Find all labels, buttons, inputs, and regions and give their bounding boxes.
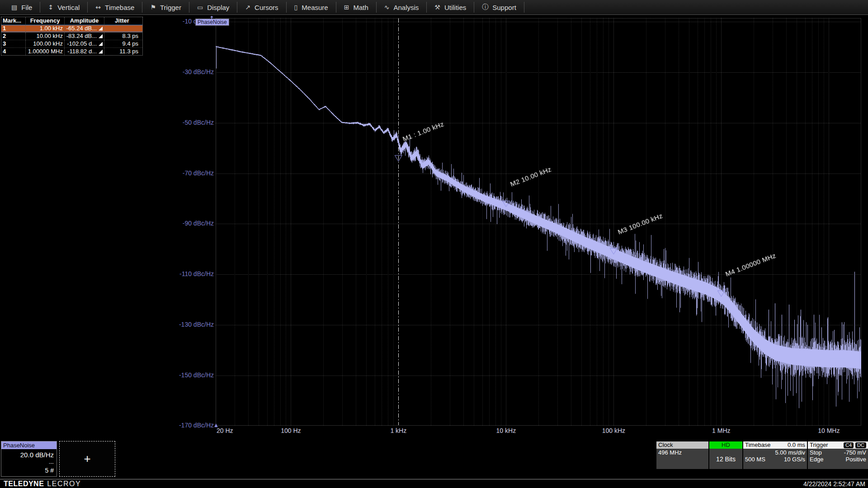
menu-item-trigger[interactable]: ⚑Trigger [142,0,189,14]
y-tick-label: -70 dBc/Hz [146,169,214,177]
trace-sweep-count: 5 # [1,465,57,474]
menu-item-label: Trigger [160,4,181,11]
y-tick-label: -130 dBc/Hz [146,321,214,328]
marker-table-row-3[interactable]: 3100.00 kHz-102.05 d...9.4 ps [1,40,142,48]
menu-item-measure[interactable]: ▯Measure [287,0,336,14]
menu-item-math[interactable]: ⊞Math [336,0,376,14]
column-header[interactable]: Amplitude [65,17,104,24]
marker-amplitude-cell: -118.82 d... [65,48,104,55]
ruler-icon: ▯ [294,4,298,11]
marker-frequency: 10.00 kHz [26,33,65,40]
trigger-coupling-badge: DC [855,442,866,448]
marker-amplitude-cell: -65.24 dB... [65,25,104,32]
marker-amplitude-cell: -83.24 dB... [65,33,104,40]
marker-table-header: Mark...FrequencyAmplitudeJitter [1,17,142,25]
expand-triangle-icon[interactable] [99,27,103,31]
add-trace-button[interactable]: + [59,441,115,477]
marker-jitter: 11.3 ps [104,48,140,55]
marker-table-row-2[interactable]: 210.00 kHz-83.24 dB...8.3 ps [1,33,142,40]
waveform-chart-icon: ∿ [384,4,390,11]
trigger-status-box[interactable]: Trigger C4 DC Stop -750 mV Edge Positive [808,441,868,469]
teledyne-lecroy-logo: TELEDYNELECROY [4,480,81,488]
trace-offset: --- [1,459,57,465]
y-tick-label: -30 dBc/Hz [146,68,214,75]
menu-item-cursors[interactable]: ↗Cursors [237,0,286,14]
calculator-icon: ⊞ [344,4,349,11]
menu-item-label: Measure [302,4,328,11]
clock-status-box[interactable]: Clock 496 MHz [656,441,708,469]
marker-table-row-1[interactable]: 11.00 kHz-65.24 dB... [1,25,142,33]
menu-item-utilities[interactable]: ⚒Utilities [427,0,474,14]
menu-item-label: Vertical [57,4,80,11]
brand-teledyne: TELEDYNE [4,480,44,488]
y-tick-label: -150 dBc/Hz [146,371,214,379]
menu-item-support[interactable]: ⓘSupport [474,0,524,14]
x-tick-label: 20 Hz [217,427,233,434]
x-tick-label: 10 MHz [818,427,840,434]
timebase-offset: 0.0 ms [788,441,805,449]
timebase-status-box[interactable]: Timebase 0.0 ms 5.00 ms/div 500 MS 10 GS… [743,441,807,469]
x-tick-label: 100 Hz [281,427,301,434]
marker-jitter [104,25,140,32]
marker-number: 4 [1,48,26,55]
column-header[interactable]: Jitter [104,17,140,24]
phase-noise-plot[interactable] [216,18,861,426]
vertical-arrows-icon: ↕ [48,4,53,11]
hd-status-box[interactable]: HD 12 Bits [709,441,742,469]
marker-jitter: 8.3 ps [104,33,140,40]
brand-lecroy: LECROY [47,480,81,488]
marker-number: 1 [1,25,26,32]
hd-status-title: HD [709,441,742,449]
menu-item-label: Analysis [394,4,419,11]
menu-item-vertical[interactable]: ↕Vertical [40,0,87,14]
clock-frequency: 496 MHz [658,449,707,456]
menu-item-display[interactable]: ▭Display [189,0,237,14]
marker-number: 2 [1,33,26,40]
marker-amplitude: -102.05 d... [67,40,97,47]
menu-bar: ▤File↕Vertical↔Timebase⚑Trigger▭Display↗… [0,0,868,15]
expand-triangle-icon[interactable] [99,34,103,38]
menu-item-label: Support [492,4,516,11]
trigger-mode: Stop [810,449,822,456]
marker-jitter: 9.4 ps [104,40,140,47]
info-icon: ⓘ [482,3,488,11]
trigger-type: Edge [810,456,823,463]
menu-item-label: Cursors [255,4,278,11]
x-tick-label: 1 kHz [390,427,406,434]
menu-item-label: File [21,4,32,11]
x-tick-label: 10 kHz [496,427,516,434]
trace-descriptor-title: PhaseNoise [1,441,57,449]
trigger-flag-icon: ⚑ [150,4,156,11]
marker-table-row-4[interactable]: 41.00000 MHz-118.82 d...11.3 ps [1,48,142,55]
menu-item-label: Timebase [105,4,134,11]
menu-item-analysis[interactable]: ∿Analysis [377,0,427,14]
y-tick-label: -50 dBc/Hz [146,119,214,126]
footer-divider [0,479,868,479]
menu-item-file[interactable]: ▤File [4,0,40,14]
menu-item-label: Utilities [444,4,466,11]
menu-item-timebase[interactable]: ↔Timebase [88,0,142,14]
hd-bits: 12 Bits [716,455,736,463]
timebase-status-title: Timebase [745,441,771,449]
expand-triangle-icon[interactable] [99,42,103,46]
marker-amplitude: -65.24 dB... [66,25,97,32]
display-monitor-icon: ▭ [197,4,203,11]
y-tick-label: -90 dBc/Hz [146,220,214,227]
column-header[interactable]: Frequency [26,17,65,24]
plus-icon: + [84,452,90,466]
marker-amplitude-cell: -102.05 d... [65,40,104,47]
marker-frequency: 100.00 kHz [26,40,65,47]
marker-frequency: 1.00000 MHz [26,48,65,55]
marker-amplitude: -83.24 dB... [66,33,97,40]
x-tick-label: 1 MHz [712,427,730,434]
x-tick-label: 100 kHz [602,427,625,434]
marker-table: Mark...FrequencyAmplitudeJitter11.00 kHz… [1,17,143,56]
menu-separator [524,2,524,13]
tools-icon: ⚒ [434,4,440,11]
trigger-status-title: Trigger [810,441,828,449]
expand-triangle-icon[interactable] [99,50,103,54]
column-header[interactable]: Mark... [1,17,26,24]
trace-descriptor-phasenoise[interactable]: PhaseNoise 20.0 dB/Hz --- 5 # [1,441,57,477]
clock-status-title: Clock [656,441,708,449]
timebase-samples: 500 MS [745,456,765,463]
